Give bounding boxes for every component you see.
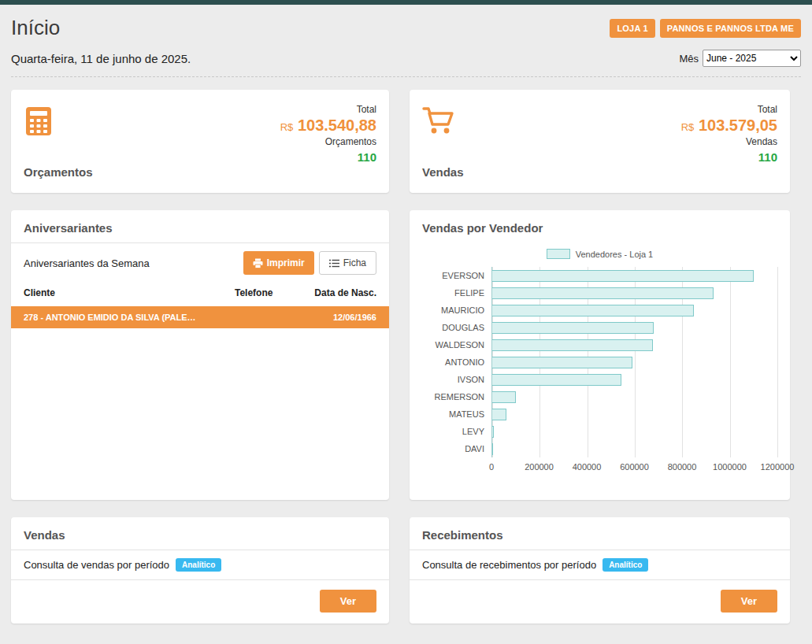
calculator-icon	[24, 105, 93, 137]
chart-bar	[492, 305, 694, 316]
date-row: Quarta-feira, 11 de junho de 2025. Mês J…	[11, 45, 801, 77]
orcamentos-card: Orçamentos Total R$ 103.540,88 Orçamento…	[11, 90, 389, 193]
chart-category-label: EVERSON	[422, 267, 491, 284]
chart-row	[492, 302, 777, 319]
bar-chart-ticks: 020000040000060000080000010000001200000	[491, 462, 777, 476]
chart-tick-label: 600000	[620, 462, 649, 472]
vendas-total: R$ 103.579,05	[681, 117, 777, 135]
chart-category-label: WALDESON	[422, 336, 491, 353]
row-data-nasc: 12/06/1966	[310, 313, 376, 322]
store-badge-company[interactable]: PANNOS E PANNOS LTDA ME	[660, 19, 801, 38]
chart-bar	[492, 409, 506, 420]
list-icon	[329, 259, 339, 268]
chart-category-label: MATEUS	[422, 405, 491, 423]
col-header-telefone: Telefone	[235, 287, 310, 298]
store-badges: LOJA 1 PANNOS E PANNOS LTDA ME	[610, 19, 801, 38]
vendas-por-vendedor-card: Vendas por Vendedor Vendedores - Loja 1 …	[410, 210, 790, 500]
ficha-button[interactable]: Ficha	[319, 251, 376, 275]
chart-tick-label: 1200000	[761, 462, 795, 472]
row-cliente: 278 - ANTONIO EMIDIO DA SILVA (PALE…	[24, 313, 235, 322]
printer-icon	[253, 258, 263, 268]
analitico-badge: Analítico	[176, 558, 221, 572]
vendas-count-label: Vendas	[681, 136, 777, 147]
orcamentos-label: Orçamentos	[24, 165, 93, 182]
chart-bar	[492, 426, 494, 438]
chart-tick-label: 200000	[525, 462, 554, 472]
chart-bar	[492, 391, 516, 403]
bar-chart-labels: EVERSONFELIPEMAURICIODOUGLASWALDESONANTO…	[422, 267, 491, 476]
chart-category-label: FELIPE	[422, 284, 491, 302]
chart-bar	[492, 339, 653, 351]
chart-legend: Vendedores - Loja 1	[422, 249, 777, 259]
chart-row	[492, 284, 777, 302]
bar-chart: EVERSONFELIPEMAURICIODOUGLASWALDESONANTO…	[422, 267, 777, 476]
vendas-card: Vendas Total R$ 103.579,05 Vendas 110	[410, 90, 790, 193]
month-label: Mês	[679, 53, 699, 65]
legend-swatch	[547, 249, 570, 259]
chart-row	[492, 353, 777, 371]
month-picker: Mês June - 2025	[679, 50, 801, 67]
cart-icon	[422, 105, 464, 137]
chart-bar	[492, 357, 632, 368]
col-header-nasc: Data de Nasc.	[310, 287, 376, 298]
store-badge-loja1[interactable]: LOJA 1	[610, 19, 654, 38]
aniversariantes-subtitle: Aniversariantes da Semana	[24, 257, 150, 269]
chart-row	[492, 267, 777, 284]
page-header: Início LOJA 1 PANNOS E PANNOS LTDA ME	[11, 5, 801, 45]
total-label: Total	[280, 104, 376, 115]
chart-row	[492, 319, 777, 336]
chart-category-label: LEVY	[422, 423, 491, 440]
chart-category-label: IVSON	[422, 371, 491, 388]
recebimentos-ver-button[interactable]: Ver	[721, 590, 777, 613]
chart-category-label: DAVI	[422, 440, 491, 457]
vendas-count: 110	[681, 150, 777, 164]
chart-bar	[492, 443, 493, 455]
recebimentos-desc: Consulta de recebimentos por período	[422, 559, 596, 571]
chart-card-title: Vendas por Vendedor	[422, 221, 777, 235]
orcamentos-count-label: Orçamentos	[280, 136, 376, 147]
orcamentos-count: 110	[280, 150, 376, 164]
current-date: Quarta-feira, 11 de junho de 2025.	[11, 52, 191, 65]
birthday-table-header: Cliente Telefone Data de Nasc.	[24, 275, 376, 306]
orcamentos-total: R$ 103.540,88	[280, 117, 376, 135]
aniversariantes-title: Aniversariantes	[24, 221, 376, 235]
chart-row	[492, 371, 777, 388]
chart-row	[492, 423, 777, 440]
page-title: Início	[11, 16, 60, 40]
chart-category-label: MAURICIO	[422, 302, 491, 319]
recebimentos-title: Recebimentos	[422, 528, 777, 542]
legend-label: Vendedores - Loja 1	[576, 250, 653, 259]
chart-bar	[492, 287, 714, 299]
chart-row	[492, 336, 777, 353]
recebimentos-card: Recebimentos Consulta de recebimentos po…	[410, 517, 790, 624]
chart-bar	[492, 374, 621, 386]
chart-bar	[492, 270, 754, 282]
chart-row	[492, 405, 777, 423]
chart-category-label: REMERSON	[422, 388, 491, 405]
birthday-table-row[interactable]: 278 - ANTONIO EMIDIO DA SILVA (PALE… 12/…	[11, 306, 389, 328]
vendas-consulta-desc: Consulta de vendas por período	[24, 559, 169, 571]
chart-tick-label: 800000	[668, 462, 697, 472]
chart-tick-label: 0	[489, 462, 494, 472]
vendas-ver-button[interactable]: Ver	[320, 590, 376, 613]
chart-bar	[492, 322, 654, 334]
chart-row	[492, 440, 777, 457]
bar-chart-plot	[491, 267, 777, 457]
aniversariantes-card: Aniversariantes Aniversariantes da Seman…	[11, 210, 389, 500]
month-select[interactable]: June - 2025	[703, 50, 801, 67]
chart-category-label: DOUGLAS	[422, 319, 491, 336]
chart-row	[492, 388, 777, 405]
col-header-cliente: Cliente	[24, 287, 235, 298]
vendas-consulta-title: Vendas	[24, 528, 376, 542]
chart-tick-label: 1000000	[713, 462, 747, 472]
chart-category-label: ANTONIO	[422, 353, 491, 371]
vendas-consulta-card: Vendas Consulta de vendas por período An…	[11, 517, 389, 624]
vendas-label: Vendas	[422, 165, 464, 182]
analitico-badge: Analítico	[603, 558, 648, 572]
chart-tick-label: 400000	[573, 462, 602, 472]
imprimir-button[interactable]: Imprimir	[243, 251, 314, 275]
total-label: Total	[681, 104, 777, 115]
chart-gridline	[777, 267, 778, 457]
